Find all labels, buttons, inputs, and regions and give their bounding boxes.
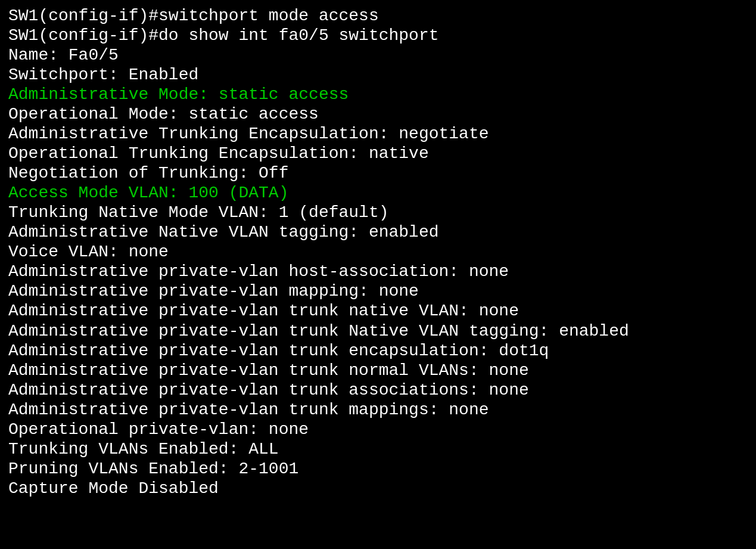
terminal-line-19: Administrative private-vlan trunk associ… [8,380,748,400]
terminal-line-16: Administrative private-vlan trunk Native… [8,321,748,341]
terminal-line-11: Administrative Native VLAN tagging: enab… [8,222,748,242]
terminal-line-2: Name: Fa0/5 [8,45,748,65]
terminal-line-5: Operational Mode: static access [8,104,748,124]
terminal-line-6: Administrative Trunking Encapsulation: n… [8,124,748,144]
terminal-line-12: Voice VLAN: none [8,242,748,262]
terminal-line-18: Administrative private-vlan trunk normal… [8,361,748,380]
terminal-line-7: Operational Trunking Encapsulation: nati… [8,144,748,163]
terminal-line-9: Access Mode VLAN: 100 (DATA) [8,183,748,203]
terminal-line-4: Administrative Mode: static access [8,85,748,104]
terminal-line-13: Administrative private-vlan host-associa… [8,262,748,281]
terminal-line-23: Pruning VLANs Enabled: 2-1001 [8,459,748,479]
terminal-line-0: SW1(config-if)#switchport mode access [8,6,748,26]
terminal-line-3: Switchport: Enabled [8,65,748,85]
terminal-line-15: Administrative private-vlan trunk native… [8,301,748,321]
terminal-line-22: Trunking VLANs Enabled: ALL [8,439,748,459]
terminal-line-8: Negotiation of Trunking: Off [8,163,748,183]
terminal-output: SW1(config-if)#switchport mode accessSW1… [8,6,748,498]
terminal-line-14: Administrative private-vlan mapping: non… [8,281,748,301]
terminal-line-17: Administrative private-vlan trunk encaps… [8,341,748,361]
terminal-line-20: Administrative private-vlan trunk mappin… [8,400,748,420]
terminal-line-24: Capture Mode Disabled [8,479,748,498]
terminal-line-1: SW1(config-if)#do show int fa0/5 switchp… [8,26,748,45]
terminal-line-21: Operational private-vlan: none [8,420,748,439]
terminal-line-10: Trunking Native Mode VLAN: 1 (default) [8,203,748,222]
